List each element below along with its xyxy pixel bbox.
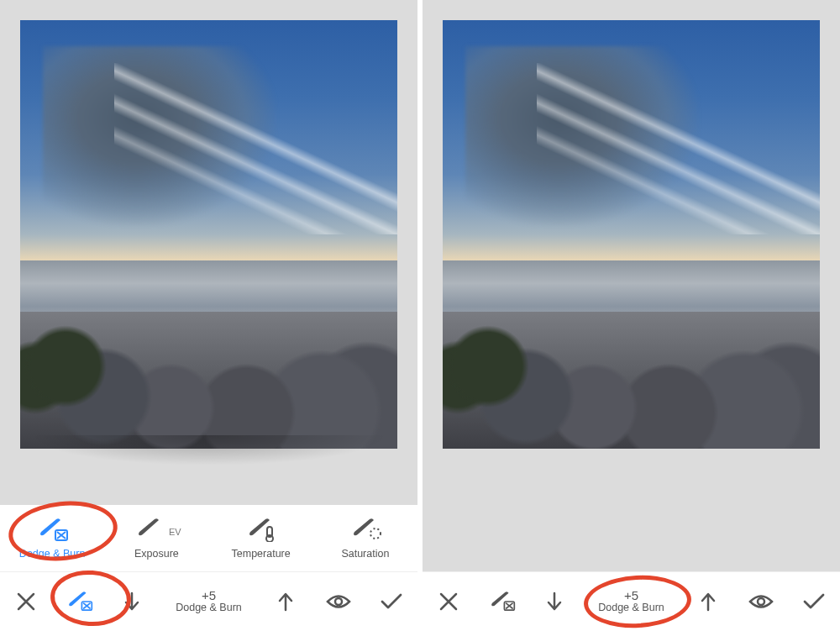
- brush-mode-button[interactable]: [55, 578, 102, 625]
- arrow-up-icon: [276, 591, 295, 613]
- apply-button[interactable]: [790, 578, 837, 625]
- value-number: +5: [624, 589, 638, 603]
- cancel-button[interactable]: [3, 578, 50, 625]
- screen-left: Dodge & Burn EV Exposure Temperature: [0, 0, 417, 631]
- screen-right: +5 Dodge & Burn: [423, 0, 840, 631]
- tool-dodge-and-burn[interactable]: Dodge & Burn: [10, 518, 94, 560]
- increase-button[interactable]: [262, 578, 309, 625]
- brush-icon: [349, 518, 382, 543]
- brush-icon: [487, 590, 516, 613]
- brush-icon: [35, 518, 69, 543]
- decrease-button[interactable]: [531, 578, 578, 625]
- increase-button[interactable]: [685, 578, 732, 625]
- bottom-action-bar: +5 Dodge & Burn: [0, 571, 417, 631]
- preview-button[interactable]: [315, 578, 362, 625]
- value-label: Dodge & Burn: [598, 602, 664, 614]
- badge-ev: EV: [169, 527, 181, 537]
- brush-icon: [244, 518, 278, 543]
- cancel-button[interactable]: [425, 578, 472, 625]
- photo[interactable]: [20, 20, 397, 449]
- close-icon: [15, 591, 37, 613]
- photo[interactable]: [443, 20, 820, 449]
- preview-button[interactable]: [738, 578, 785, 625]
- check-icon: [802, 592, 826, 611]
- tool-exposure[interactable]: EV Exposure: [114, 518, 198, 560]
- canvas-area: [20, 20, 397, 449]
- eye-icon: [748, 592, 774, 611]
- value-stepper: +5 Dodge & Burn: [108, 578, 309, 625]
- brush-tool-strip: Dodge & Burn EV Exposure Temperature: [0, 505, 417, 572]
- photo-shadow: [29, 435, 389, 465]
- svg-point-7: [758, 598, 764, 605]
- close-icon: [438, 591, 459, 613]
- value-number: +5: [202, 589, 216, 603]
- arrow-down-icon: [545, 591, 564, 613]
- value-display: +5 Dodge & Burn: [176, 589, 242, 614]
- bottom-action-bar: +5 Dodge & Burn: [423, 571, 840, 631]
- tool-label: Exposure: [134, 548, 179, 560]
- arrow-up-icon: [699, 591, 717, 613]
- svg-point-3: [370, 528, 381, 539]
- tool-label: Saturation: [341, 548, 389, 560]
- svg-point-5: [335, 598, 342, 605]
- value-display: +5 Dodge & Burn: [598, 589, 664, 614]
- check-icon: [380, 592, 403, 611]
- decrease-button[interactable]: [108, 578, 155, 625]
- brush-icon: [65, 590, 93, 613]
- value-label: Dodge & Burn: [176, 602, 242, 614]
- eye-icon: [326, 592, 351, 611]
- brush-icon: EV: [134, 518, 180, 543]
- canvas-area: [443, 20, 820, 449]
- tool-saturation[interactable]: Saturation: [323, 518, 407, 560]
- arrow-down-icon: [123, 591, 141, 613]
- apply-button[interactable]: [368, 578, 415, 625]
- brush-mode-button[interactable]: [478, 578, 525, 625]
- tool-label: Temperature: [232, 548, 291, 560]
- tool-label: Dodge & Burn: [19, 548, 86, 560]
- tool-temperature[interactable]: Temperature: [219, 518, 303, 560]
- value-stepper: +5 Dodge & Burn: [531, 578, 732, 625]
